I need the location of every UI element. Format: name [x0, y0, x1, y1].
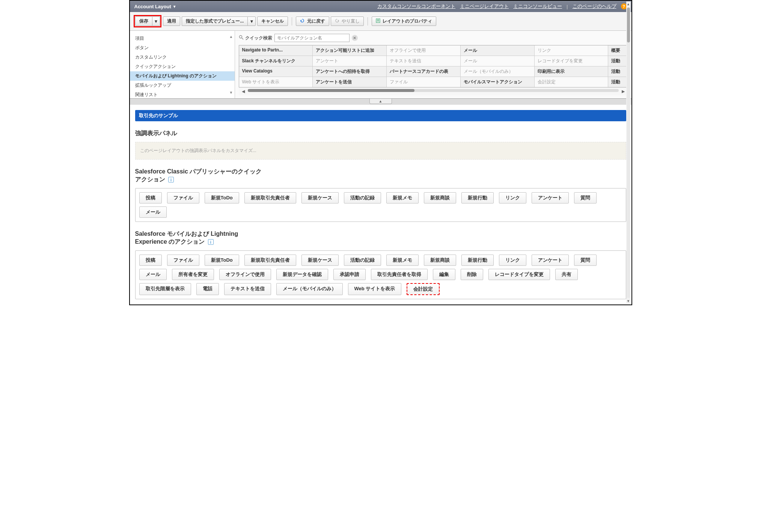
undo-button[interactable]: 元に戻す [296, 17, 329, 26]
action-pill[interactable]: 取引先責任者を取得 [371, 269, 428, 280]
action-pill[interactable]: 新規取引先責任者 [244, 255, 296, 266]
scroll-thumb[interactable] [627, 8, 630, 42]
action-pill[interactable]: 新規行動 [461, 192, 494, 203]
action-pill[interactable]: 活動の記録 [344, 255, 381, 266]
grid-scrollbar[interactable]: ◀ ▶ [239, 87, 628, 95]
highlight-panel-placeholder[interactable]: このページレイアウトの強調表示パネルをカスタマイズ... [135, 142, 626, 160]
palette-action-cell[interactable]: メール（モバイルのみ） [461, 66, 535, 77]
quick-find-input[interactable] [274, 34, 350, 42]
save-menu-arrow[interactable]: ▼ [152, 17, 160, 26]
palette-action-cell[interactable]: ファイル [387, 77, 461, 87]
palette-action-cell[interactable]: 活動 [608, 56, 627, 66]
collapse-handle[interactable]: ▲ [369, 99, 392, 104]
palette-action-cell[interactable]: レコードタイプを変更 [535, 56, 609, 66]
palette-action-cell[interactable]: オフラインで使用 [387, 45, 461, 56]
palette-action-cell[interactable]: メール [461, 56, 535, 66]
preview-button[interactable]: 指定した形式でプレビュー... [182, 17, 247, 26]
palette-action-cell[interactable]: 活動 [608, 66, 627, 77]
action-pill[interactable]: 新規ケース [301, 192, 339, 203]
action-pill[interactable]: 新規データを確認 [276, 269, 328, 280]
action-pill[interactable]: レコードタイプを変更 [488, 269, 550, 280]
link-help[interactable]: このページのヘルプ [573, 3, 616, 10]
action-pill[interactable]: 新規商談 [424, 192, 456, 203]
action-pill[interactable]: アンケート [532, 255, 569, 266]
action-pill[interactable]: アンケート [532, 192, 569, 203]
sidebar-item[interactable]: カスタムリンク [130, 53, 235, 62]
palette-action-cell[interactable]: テキストを送信 [387, 56, 461, 66]
action-pill[interactable]: 承認申請 [333, 269, 366, 280]
action-pill[interactable]: 投稿 [139, 192, 162, 203]
action-pill[interactable]: 質問 [574, 255, 597, 266]
action-pill[interactable]: 所有者を変更 [172, 269, 214, 280]
action-pill[interactable]: リンク [499, 255, 526, 266]
action-pill[interactable]: 編集 [433, 269, 455, 280]
action-pill[interactable]: 新規商談 [424, 255, 456, 266]
palette-action-cell[interactable]: 印刷用に表示 [535, 66, 609, 77]
action-pill[interactable]: 投稿 [139, 255, 162, 266]
action-pill[interactable]: 取引先階層を表示 [139, 283, 191, 295]
action-pill[interactable]: 新規メモ [386, 192, 419, 203]
link-mini-console[interactable]: ミニコンソールビュー [513, 3, 562, 10]
action-pill[interactable]: 新規ToDo [205, 255, 239, 266]
scroll-thumb[interactable] [248, 89, 415, 92]
info-icon[interactable]: i [168, 177, 174, 182]
palette-action-cell[interactable]: アクション可能リストに追加 [313, 45, 387, 56]
sidebar-item[interactable]: モバイルおよび Lightning のアクション [130, 71, 235, 81]
page-title[interactable]: Account Layout ▼ [134, 4, 176, 9]
action-pill[interactable]: 質問 [574, 192, 597, 203]
palette-action-cell[interactable]: 活動 [608, 77, 627, 87]
palette-action-cell[interactable]: アンケート [313, 56, 387, 66]
action-pill[interactable]: 共有 [555, 269, 578, 280]
action-pill[interactable]: 新規ToDo [205, 192, 239, 203]
palette-action-cell[interactable]: Navigate to Partn... [239, 45, 313, 56]
palette-action-cell[interactable]: メール [461, 45, 535, 56]
action-pill[interactable]: 新規メモ [386, 255, 419, 266]
palette-action-cell[interactable]: Slack チャンネルをリンク [239, 56, 313, 66]
palette-action-cell[interactable]: アンケートを送信 [313, 77, 387, 87]
palette-action-cell[interactable]: 概要 [608, 45, 627, 56]
scroll-right-icon[interactable]: ▶ [622, 89, 625, 94]
action-pill[interactable]: オフラインで使用 [219, 269, 271, 280]
sidebar-item[interactable]: 関連リスト [130, 90, 235, 98]
scroll-track[interactable] [627, 8, 630, 298]
palette-action-cell[interactable]: 会計設定 [535, 77, 609, 87]
action-pill[interactable]: 新規ケース [301, 255, 339, 266]
scroll-up-icon[interactable]: ▲ [229, 35, 233, 39]
action-pill[interactable]: 活動の記録 [344, 192, 381, 203]
palette-action-cell[interactable]: モバイルスマートアクション [461, 77, 535, 87]
action-pill[interactable]: リンク [499, 192, 526, 203]
palette-action-cell[interactable]: リンク [535, 45, 609, 56]
sidebar-scroll[interactable]: ▲ ▼ [229, 35, 234, 95]
action-pill[interactable]: 新規行動 [461, 255, 494, 266]
action-pill[interactable]: 削除 [461, 269, 483, 280]
action-pill[interactable]: 電話 [196, 283, 219, 295]
action-pill[interactable]: ファイル [167, 255, 199, 266]
apply-button[interactable]: 適用 [163, 17, 180, 26]
link-mini-layout[interactable]: ミニページレイアウト [460, 3, 509, 10]
sidebar-item[interactable]: 項目 [130, 34, 235, 43]
action-pill[interactable]: メール（モバイルのみ） [276, 283, 343, 295]
scroll-track[interactable] [248, 89, 619, 92]
info-icon[interactable]: i [208, 239, 214, 245]
action-pill[interactable]: ファイル [167, 192, 199, 203]
palette-action-cell[interactable]: Web サイトを表示 [239, 77, 313, 87]
scroll-up-icon[interactable]: ▲ [626, 2, 631, 7]
palette-action-cell[interactable]: アンケートへの招待を取得 [313, 66, 387, 77]
clear-icon[interactable]: ✕ [352, 35, 358, 41]
action-pill[interactable]: メール [139, 206, 167, 218]
scroll-down-icon[interactable]: ▼ [626, 298, 631, 304]
action-pill[interactable]: テキストを送信 [224, 283, 271, 295]
cancel-button[interactable]: キャンセル [257, 17, 288, 26]
layout-props-button[interactable]: レイアウトのプロパティ [372, 17, 436, 26]
palette-action-cell[interactable]: パートナースコアカードの表 [387, 66, 461, 77]
save-button[interactable]: 保存 [135, 17, 152, 26]
action-pill[interactable]: メール [139, 269, 167, 280]
scroll-left-icon[interactable]: ◀ [242, 89, 245, 94]
preview-menu-arrow[interactable]: ▼ [247, 17, 256, 26]
action-pill[interactable]: 新規取引先責任者 [244, 192, 296, 203]
palette-action-cell[interactable]: View Catalogs [239, 66, 313, 77]
link-console-component[interactable]: カスタムコンソールコンポーネント [377, 3, 455, 10]
sidebar-item[interactable]: クイックアクション [130, 62, 235, 71]
scroll-down-icon[interactable]: ▼ [229, 90, 233, 95]
page-scrollbar[interactable]: ▲ ▼ [626, 2, 631, 304]
